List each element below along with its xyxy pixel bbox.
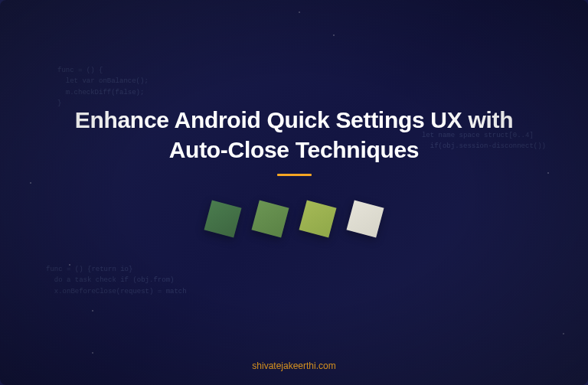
- footer-link[interactable]: shivatejakeerthi.com: [0, 361, 588, 371]
- tile-1: [204, 201, 242, 238]
- hero-title: Enhance Android Quick Settings UX with A…: [64, 105, 524, 165]
- hero-content: Enhance Android Quick Settings UX with A…: [0, 0, 588, 385]
- tile-2: [252, 201, 289, 238]
- tile-3: [299, 201, 337, 238]
- decorative-tiles: [207, 204, 381, 234]
- title-underline: [277, 174, 312, 176]
- tile-4: [347, 201, 384, 238]
